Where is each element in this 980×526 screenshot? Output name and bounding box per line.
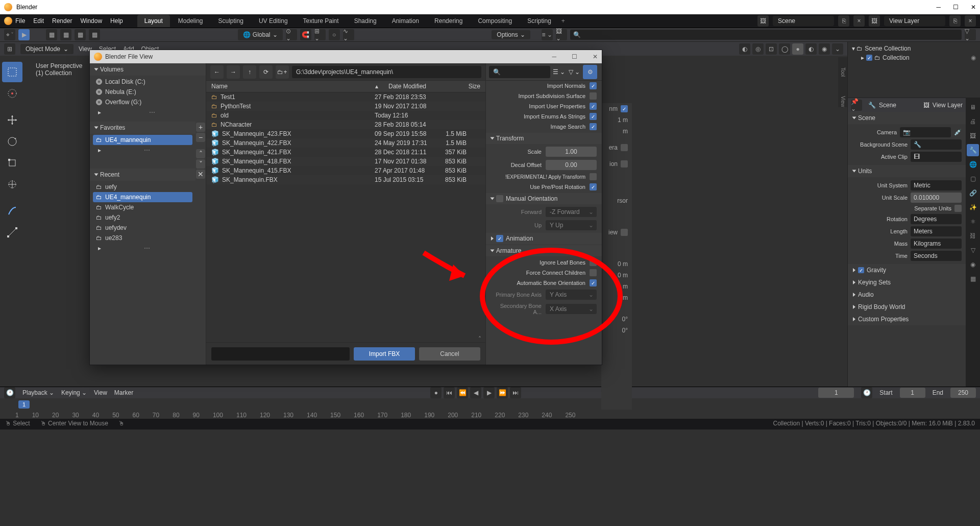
- favorites-header[interactable]: Favorites: [90, 122, 195, 134]
- image-search-checkbox[interactable]: [590, 123, 597, 130]
- armature-section-head[interactable]: Armature: [486, 245, 602, 256]
- mode-selector[interactable]: Object Mode ⌄: [20, 44, 74, 54]
- col-date-header[interactable]: Date Modified: [388, 83, 450, 90]
- favorite-remove-button[interactable]: −: [196, 133, 205, 142]
- separate-units-checkbox[interactable]: [954, 205, 962, 212]
- menu-edit[interactable]: Edit: [33, 17, 44, 25]
- panel-audio[interactable]: Audio: [848, 289, 966, 301]
- col-name-header[interactable]: Name: [211, 83, 375, 90]
- eyedropper-icon[interactable]: 💉: [954, 129, 962, 136]
- transform-tool[interactable]: [2, 174, 22, 195]
- auto-bone-orient-checkbox[interactable]: [590, 279, 597, 286]
- options-gear-icon[interactable]: ⚙: [583, 65, 597, 79]
- decal-offset-field[interactable]: 0.00: [546, 160, 597, 170]
- snap-toggle-icon[interactable]: 🧲: [300, 29, 311, 40]
- view-layer-selector[interactable]: View Layer: [884, 16, 945, 26]
- timeline-menu-playback[interactable]: Playback ⌄: [22, 389, 54, 396]
- object-tab[interactable]: ▢: [967, 173, 979, 185]
- editor-type-icon[interactable]: ⊞: [4, 43, 15, 55]
- scene-browse-icon[interactable]: 🖼: [757, 15, 769, 27]
- nav-forward-button[interactable]: →: [227, 65, 240, 79]
- prev-key-icon[interactable]: ⏪: [457, 387, 468, 398]
- nav-up-button[interactable]: ↑: [243, 65, 256, 79]
- frame-lock-icon[interactable]: 🕐: [861, 387, 872, 398]
- play-reverse-icon[interactable]: ◀: [470, 387, 481, 398]
- fb-close-icon[interactable]: ✕: [593, 53, 598, 60]
- workspace-tab-shading[interactable]: Shading: [347, 15, 384, 27]
- recent-item[interactable]: 🗀uefydev: [93, 223, 192, 233]
- jump-start-icon[interactable]: ⏮: [444, 387, 455, 398]
- bg-scene-field[interactable]: 🔧: [911, 139, 962, 150]
- workspace-tab-scripting[interactable]: Scripting: [520, 15, 558, 27]
- fb-minimize-icon[interactable]: ─: [552, 53, 556, 60]
- autokey-icon[interactable]: ●: [430, 387, 442, 398]
- workspace-tab-animation[interactable]: Animation: [385, 15, 426, 27]
- rotation-select[interactable]: Degrees: [911, 214, 962, 224]
- favorite-item[interactable]: 🗀UE4_mannequin: [93, 135, 192, 145]
- menu-render[interactable]: Render: [52, 17, 72, 25]
- favorite-up-button[interactable]: ˄: [196, 149, 205, 158]
- scene-panel-head[interactable]: Scene: [848, 112, 966, 124]
- file-row[interactable]: 🧊SK_Mannequin_418.FBX17 Nov 2017 01:3885…: [206, 157, 485, 166]
- snap-grid2-icon[interactable]: ▦: [60, 29, 71, 40]
- scene-tab[interactable]: 🔧: [967, 144, 979, 156]
- ignore-leaf-bones-checkbox[interactable]: [590, 259, 597, 266]
- workspace-tab-uv-editing[interactable]: UV Editing: [252, 15, 295, 27]
- fb-search-box[interactable]: 🔍: [489, 66, 550, 78]
- unit-system-select[interactable]: Metric: [911, 180, 962, 190]
- recent-item[interactable]: 🗀WalkCycle: [93, 202, 192, 212]
- manual-orient-head[interactable]: Manual Orientation: [486, 193, 602, 204]
- shading-solid-icon[interactable]: ●: [792, 43, 803, 55]
- manual-orient-checkbox[interactable]: [496, 195, 503, 202]
- volume-item[interactable]: Overflow (G:): [93, 97, 203, 107]
- view-tab[interactable]: View: [840, 96, 846, 107]
- favorite-add-button[interactable]: +: [196, 123, 205, 132]
- import-fbx-button[interactable]: Import FBX: [354, 347, 415, 361]
- proportional-type-icon[interactable]: ∿ ⌄: [343, 29, 354, 40]
- scene-close-icon[interactable]: ×: [853, 15, 865, 27]
- filter-icon[interactable]: ▽ ⌄: [568, 65, 581, 79]
- timeline-menu-keying[interactable]: Keying ⌄: [61, 389, 87, 396]
- minimize-icon[interactable]: ─: [936, 4, 941, 11]
- camera-field[interactable]: 📷: [900, 127, 951, 137]
- workspace-tab-layout[interactable]: Layout: [137, 15, 170, 27]
- menu-help[interactable]: Help: [110, 17, 123, 25]
- select-box-tool[interactable]: [2, 62, 22, 82]
- workspace-tab-compositing[interactable]: Compositing: [471, 15, 519, 27]
- shading-matprev-icon[interactable]: ◐: [805, 43, 817, 55]
- col-size-header[interactable]: Size: [450, 83, 480, 90]
- shading-options-icon[interactable]: ⌄: [832, 43, 843, 55]
- outliner-scene-collection[interactable]: ▾ 🗀 Scene Collection: [852, 44, 976, 53]
- file-row[interactable]: 🧊SK_Mannequin_415.FBX27 Apr 2017 01:4885…: [206, 166, 485, 175]
- force-connect-checkbox[interactable]: [590, 269, 597, 276]
- timeline-ruler[interactable]: 1 11020304050607080901001101201301401501…: [0, 398, 980, 419]
- viewlayer-browse-icon[interactable]: 🖼: [869, 15, 880, 27]
- shading-rendered-icon[interactable]: ◉: [819, 43, 830, 55]
- play-icon[interactable]: ▶: [483, 387, 495, 398]
- workspace-tab-modeling[interactable]: Modeling: [171, 15, 210, 27]
- file-row[interactable]: 🧊SK_Mannequin_423.FBX09 Sep 2019 15:581.…: [206, 129, 485, 138]
- file-row[interactable]: 🧊SK_Mannequin_421.FBX28 Dec 2018 21:1135…: [206, 148, 485, 157]
- favorite-down-button[interactable]: ˅: [196, 159, 205, 169]
- shading-wire-icon[interactable]: ◯: [779, 43, 790, 55]
- orientation-selector[interactable]: 🌐 Global ⌄: [238, 29, 283, 40]
- constraints-tab[interactable]: ⛓: [967, 230, 979, 242]
- file-row[interactable]: 🗀PythonTest19 Nov 2017 21:08: [206, 102, 485, 111]
- maximize-icon[interactable]: ☐: [953, 4, 959, 11]
- file-list[interactable]: 🗀Test127 Feb 2018 23:53🗀PythonTest19 Nov…: [206, 92, 485, 342]
- recent-clear-button[interactable]: ✕: [196, 170, 205, 179]
- display-mode-icon[interactable]: ☰ ⌄: [552, 65, 566, 79]
- modifier-tab[interactable]: 🔗: [967, 187, 979, 199]
- options-dropdown[interactable]: Options ⌄: [492, 30, 530, 39]
- visibility-eye-icon[interactable]: ◉: [971, 54, 976, 61]
- panel-gravity[interactable]: Gravity: [848, 264, 966, 276]
- file-row[interactable]: 🧊SK_Mannequin_422.FBX24 May 2019 17:311.…: [206, 138, 485, 148]
- material-tab[interactable]: ◉: [967, 258, 979, 271]
- timeline-editor-type-icon[interactable]: 🕐: [4, 387, 15, 398]
- rotate-tool[interactable]: [2, 131, 22, 152]
- fb-maximize-icon[interactable]: ☐: [572, 53, 577, 60]
- gizmo-toggle-icon[interactable]: ◐: [739, 43, 750, 55]
- physics-tab[interactable]: ⚛: [967, 216, 979, 228]
- viewlayer-tab[interactable]: 🖼: [967, 130, 979, 142]
- snap-grid3-icon[interactable]: ▦: [75, 29, 86, 40]
